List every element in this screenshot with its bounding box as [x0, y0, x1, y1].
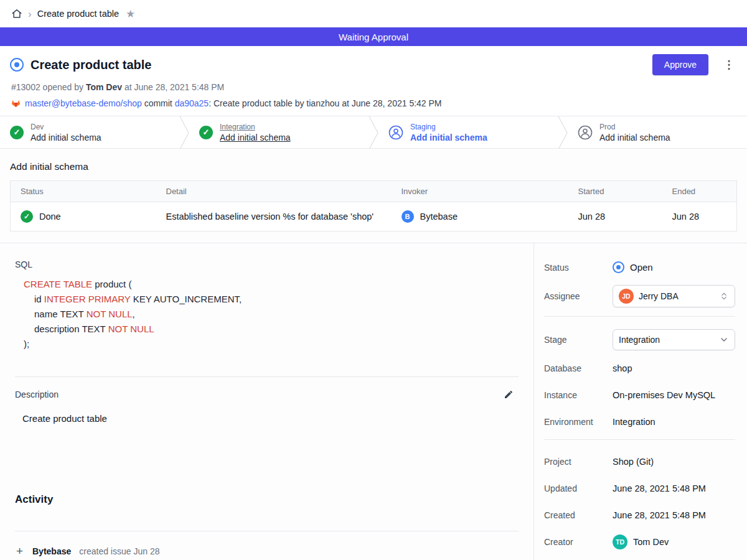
- activity-item: + Bytebase created issue Jun 28: [15, 545, 519, 557]
- approve-button[interactable]: Approve: [652, 54, 708, 75]
- issue-opened-at: June 28, 2021 5:48 PM: [134, 82, 224, 92]
- commit-message: : Create product table by tianzhou at Ju…: [209, 98, 441, 108]
- stage-task: Add initial schema: [410, 133, 487, 142]
- sql-token: product (: [92, 279, 131, 289]
- field-created: Created June 28, 2021 5:48 PM: [544, 506, 735, 524]
- home-icon[interactable]: [11, 8, 22, 19]
- approval-banner: Waiting Approval: [0, 27, 747, 46]
- database-value: shop: [613, 363, 632, 373]
- sql-line: id INTEGER PRIMARY KEY AUTO_INCREMENT,: [24, 292, 519, 307]
- col-invoker: Invoker: [392, 181, 568, 202]
- stage-task: Add initial schema: [31, 133, 101, 142]
- task-table-header-row: Status Detail Invoker Started Ended: [11, 181, 737, 202]
- field-label: Assignee: [544, 291, 613, 301]
- sql-code: CREATE TABLE product ( id INTEGER PRIMAR…: [24, 277, 519, 352]
- divider: [15, 531, 519, 531]
- field-label: Creator: [544, 537, 613, 547]
- description-header: Description: [15, 390, 519, 399]
- approval-banner-label: Waiting Approval: [339, 32, 408, 42]
- content-split: SQL CREATE TABLE product ( id INTEGER PR…: [0, 243, 747, 560]
- stage-select-value: Integration: [619, 335, 714, 345]
- done-check-icon: ✓: [21, 210, 33, 223]
- main-panel: SQL CREATE TABLE product ( id INTEGER PR…: [0, 243, 533, 560]
- commit-hash-link[interactable]: da90a25: [175, 98, 209, 108]
- task-ended: Jun 28: [662, 202, 737, 231]
- col-detail: Detail: [156, 181, 392, 202]
- field-assignee: Assignee JD Jerry DBA: [544, 285, 735, 307]
- instance-value: On-premises Dev MySQL: [613, 390, 715, 400]
- field-label: Project: [544, 457, 613, 467]
- col-status: Status: [11, 181, 156, 202]
- meta-text: at: [125, 82, 132, 92]
- col-ended: Ended: [662, 181, 737, 202]
- col-started: Started: [568, 181, 662, 202]
- field-environment: Environment Integration: [544, 413, 735, 431]
- status-open-icon: [613, 261, 624, 273]
- sql-label: SQL: [15, 259, 519, 269]
- field-label: Environment: [544, 417, 613, 427]
- environment-value: Integration: [613, 417, 655, 427]
- favorite-star-icon[interactable]: ★: [126, 7, 135, 21]
- creator-value: Tom Dev: [633, 537, 669, 547]
- breadcrumb-current: Create product table: [37, 9, 119, 19]
- commit-line: master@bytebase-demo/shop commit da90a25…: [10, 98, 737, 108]
- stage-name: Staging: [410, 123, 487, 131]
- stage-staging[interactable]: Staging Add initial schema: [378, 116, 558, 148]
- field-database: Database shop: [544, 359, 735, 377]
- stage-name[interactable]: Integration: [220, 123, 291, 131]
- issue-title: Create product table: [31, 58, 151, 72]
- stage-separator: [558, 116, 568, 149]
- field-status: Status Open: [544, 258, 735, 276]
- field-instance: Instance On-premises Dev MySQL: [544, 386, 735, 404]
- status-value: Open: [630, 262, 653, 273]
- stage-dev[interactable]: ✓ Dev Add initial schema: [0, 116, 179, 148]
- sql-token: );: [24, 338, 29, 349]
- edit-pencil-icon[interactable]: [504, 390, 514, 399]
- kebab-menu-icon[interactable]: ⋮: [721, 58, 737, 72]
- sql-token: NOT NULL: [108, 324, 154, 334]
- issue-meta: #13002 opened by Tom Dev at June 28, 202…: [10, 82, 737, 92]
- check-circle-icon: ✓: [199, 126, 213, 139]
- stage-select[interactable]: Integration: [613, 329, 735, 350]
- project-value: Shop (Git): [613, 457, 654, 467]
- task-row[interactable]: ✓Done Established baseline version %s fo…: [11, 202, 737, 231]
- person-circle-icon: [578, 125, 593, 140]
- plus-icon[interactable]: +: [15, 545, 24, 557]
- issue-open-icon: [10, 58, 24, 72]
- task-started: Jun 28: [568, 202, 662, 231]
- stage-integration[interactable]: ✓ Integration Add initial schema: [189, 116, 369, 148]
- stage-separator: [369, 116, 378, 149]
- sidebar: Status Open Assignee JD Jerry DBA Stage …: [533, 243, 747, 560]
- field-label: Stage: [544, 335, 613, 345]
- selector-icon: [719, 291, 729, 301]
- bytebase-avatar: B: [402, 210, 414, 223]
- field-label: Status: [544, 263, 613, 273]
- stage-name: Prod: [599, 123, 670, 131]
- field-project: Project Shop (Git): [544, 452, 735, 470]
- stage-prod[interactable]: Prod Add initial schema: [568, 116, 747, 148]
- pipeline: ✓ Dev Add initial schema ✓ Integration A…: [0, 116, 747, 149]
- field-label: Created: [544, 510, 613, 520]
- field-label: Instance: [544, 390, 613, 400]
- commit-text: master@bytebase-demo/shop commit da90a25…: [25, 98, 442, 108]
- sql-token: id: [34, 294, 44, 304]
- divider: [15, 376, 519, 377]
- assignee-select[interactable]: JD Jerry DBA: [613, 285, 735, 307]
- task-detail: Established baseline version %s for data…: [156, 202, 392, 231]
- task-invoker: Bytebase: [420, 212, 458, 222]
- issue-author: Tom Dev: [86, 82, 122, 92]
- field-stage: Stage Integration: [544, 329, 735, 350]
- description-text: Create product table: [15, 413, 519, 424]
- stage-task-link[interactable]: Add initial schema: [220, 133, 291, 142]
- sql-token: KEY AUTO_INCREMENT,: [130, 294, 242, 304]
- repo-link[interactable]: master@bytebase-demo/shop: [25, 98, 142, 108]
- stage-name: Dev: [31, 123, 101, 131]
- stage-task: Add initial schema: [599, 133, 670, 142]
- stage-separator: [179, 116, 189, 149]
- activity-actor: Bytebase: [32, 546, 71, 556]
- chevron-down-icon: [719, 335, 729, 345]
- field-label: Updated: [544, 483, 613, 493]
- field-creator: Creator TDTom Dev: [544, 533, 735, 551]
- field-label: Database: [544, 363, 613, 373]
- activity-action: created issue Jun 28: [79, 546, 159, 556]
